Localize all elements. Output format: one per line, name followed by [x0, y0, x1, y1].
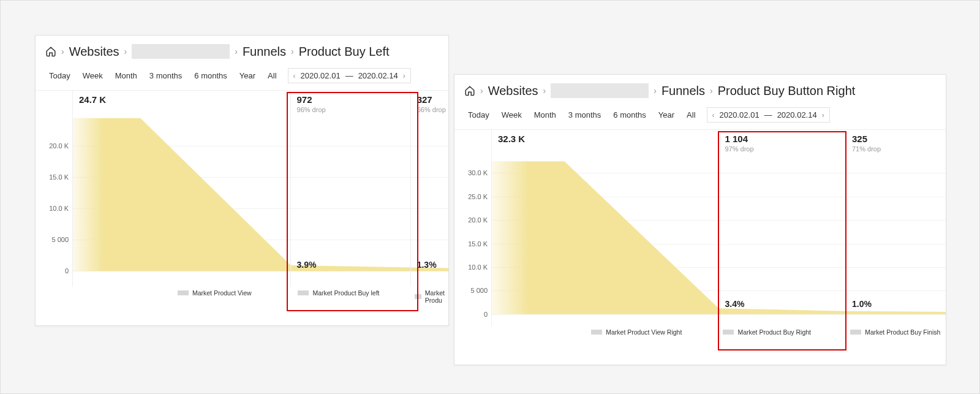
- funnel-stage-2[interactable]: 1 104 97% drop 3.4%: [719, 130, 846, 326]
- range-6months[interactable]: 6 months: [607, 107, 652, 123]
- date-range-picker[interactable]: ‹ 2020.02.01 — 2020.02.14 ›: [707, 107, 830, 123]
- chevron-right-icon: ›: [543, 86, 546, 96]
- chevron-right-icon: ›: [480, 86, 483, 96]
- breadcrumb: › Websites › › Funnels › Product Buy But…: [454, 75, 946, 104]
- date-to: 2020.02.14: [358, 71, 398, 80]
- legend-swatch-icon: [723, 330, 734, 335]
- legend-swatch-icon: [178, 290, 189, 295]
- crumb-title: Product Buy Left: [299, 45, 390, 59]
- chevron-left-icon[interactable]: ‹: [293, 72, 296, 80]
- stage-drop: 71% drop: [852, 145, 881, 153]
- range-all[interactable]: All: [680, 107, 701, 123]
- stage-drop: 66% drop: [417, 106, 446, 113]
- ytick: 10.0 K: [49, 205, 69, 212]
- time-filter-bar: Today Week Month 3 months 6 months Year …: [454, 104, 946, 130]
- range-week[interactable]: Week: [496, 107, 528, 123]
- stage-value: 327: [417, 94, 446, 105]
- funnel-stage-3[interactable]: 325 71% drop 1.0%: [846, 130, 946, 326]
- stage-value: 325: [852, 134, 881, 144]
- crumb-title: Product Buy Button Right: [718, 84, 856, 98]
- legend-item: Market Product Buy Right: [723, 328, 811, 336]
- ytick: 20.0 K: [468, 216, 488, 224]
- legend-label: Market Product Buy left: [312, 289, 379, 297]
- legend-label: Market Product Buy Right: [737, 328, 811, 336]
- funnel-stage-2[interactable]: 972 96% drop 3.9%: [291, 91, 411, 287]
- date-sep: —: [345, 71, 353, 80]
- funnel-stage-1[interactable]: 24.7 K: [73, 91, 291, 287]
- range-month[interactable]: Month: [528, 107, 562, 123]
- funnel-chart: 20.0 K 15.0 K 10.0 K 5 000 0: [36, 91, 448, 311]
- chevron-right-icon: ›: [654, 86, 657, 96]
- home-icon[interactable]: [464, 85, 475, 96]
- stage-pct: 3.4%: [725, 299, 745, 309]
- funnel-panel-left: › Websites › › Funnels › Product Buy Lef…: [35, 35, 449, 326]
- legend-item: Market Product Buy left: [298, 289, 379, 297]
- stage-pct: 1.0%: [852, 299, 872, 309]
- breadcrumb: › Websites › › Funnels › Product Buy Lef…: [36, 36, 448, 65]
- legend-label: Market Product Buy Finish: [865, 328, 940, 336]
- range-3months[interactable]: 3 months: [143, 67, 188, 84]
- time-filter-bar: Today Week Month 3 months 6 months Year …: [36, 65, 448, 91]
- legend-item: Market Product View: [178, 289, 252, 297]
- range-today[interactable]: Today: [462, 107, 496, 123]
- ytick: 30.0 K: [468, 169, 488, 176]
- range-3months[interactable]: 3 months: [562, 107, 607, 123]
- plot-area: 24.7 K 972 96% drop 3.9% 327 66% drop 1.…: [72, 91, 448, 287]
- ytick: 15.0 K: [468, 240, 488, 248]
- range-all[interactable]: All: [262, 67, 282, 84]
- funnel-stage-3[interactable]: 327 66% drop 1.3%: [411, 91, 448, 287]
- legend-item: Market Product Buy Finish: [850, 328, 940, 336]
- crumb-websites[interactable]: Websites: [69, 45, 119, 59]
- range-month[interactable]: Month: [109, 67, 143, 84]
- legend-swatch-icon: [850, 330, 861, 335]
- stage-pct: 3.9%: [297, 260, 317, 270]
- range-year[interactable]: Year: [233, 67, 262, 84]
- range-week[interactable]: Week: [77, 67, 109, 84]
- stage-value: 972: [297, 94, 326, 105]
- funnel-stage-1[interactable]: 32.3 K: [492, 130, 719, 326]
- crumb-funnels[interactable]: Funnels: [662, 84, 705, 98]
- date-from: 2020.02.01: [301, 71, 341, 80]
- funnel-chart: 30.0 K 25.0 K 20.0 K 15.0 K 10.0 K 5 000…: [454, 130, 946, 350]
- ytick: 5 000: [51, 236, 69, 243]
- legend-label: Market Product View Right: [606, 328, 682, 336]
- chevron-right-icon[interactable]: ›: [822, 111, 824, 119]
- chevron-right-icon: ›: [235, 47, 238, 56]
- date-sep: —: [764, 110, 772, 119]
- y-axis: 20.0 K 15.0 K 10.0 K 5 000 0: [36, 91, 72, 287]
- stage-value: 24.7 K: [79, 94, 106, 105]
- crumb-funnels[interactable]: Funnels: [243, 45, 286, 59]
- crumb-websites[interactable]: Websites: [488, 84, 538, 98]
- range-6months[interactable]: 6 months: [188, 67, 233, 84]
- legend-item: Market Produ: [415, 289, 449, 304]
- legend-swatch-icon: [591, 330, 602, 335]
- date-to: 2020.02.14: [777, 110, 817, 119]
- chevron-right-icon: ›: [61, 47, 64, 56]
- stage-value: 32.3 K: [498, 134, 525, 144]
- date-range-picker[interactable]: ‹ 2020.02.01 — 2020.02.14 ›: [288, 68, 411, 83]
- chevron-left-icon[interactable]: ‹: [712, 111, 715, 119]
- stage-drop: 97% drop: [725, 145, 754, 153]
- crumb-site-redacted[interactable]: [132, 44, 230, 59]
- legend-label: Market Produ: [425, 289, 449, 304]
- range-today[interactable]: Today: [43, 67, 77, 84]
- stage-legend: Market Product View Market Product Buy l…: [72, 287, 448, 311]
- y-axis: 30.0 K 25.0 K 20.0 K 15.0 K 10.0 K 5 000…: [454, 130, 491, 326]
- ytick: 20.0 K: [49, 142, 69, 150]
- ytick: 15.0 K: [49, 173, 69, 181]
- legend-label: Market Product View: [192, 289, 252, 297]
- stage-drop: 96% drop: [297, 106, 326, 113]
- home-icon[interactable]: [45, 46, 56, 57]
- stage-pct: 1.3%: [417, 260, 437, 270]
- legend-swatch-icon: [415, 294, 421, 299]
- stage-value: 1 104: [725, 134, 754, 144]
- range-year[interactable]: Year: [652, 107, 680, 123]
- plot-area: 32.3 K 1 104 97% drop 3.4% 325 71% drop …: [491, 130, 946, 326]
- stage-legend: Market Product View Right Market Product…: [491, 326, 946, 350]
- legend-swatch-icon: [298, 290, 309, 295]
- chevron-right-icon: ›: [710, 86, 713, 96]
- ytick: 0: [65, 267, 69, 275]
- chevron-right-icon: ›: [291, 47, 294, 56]
- crumb-site-redacted[interactable]: [551, 83, 649, 98]
- chevron-right-icon[interactable]: ›: [403, 72, 405, 80]
